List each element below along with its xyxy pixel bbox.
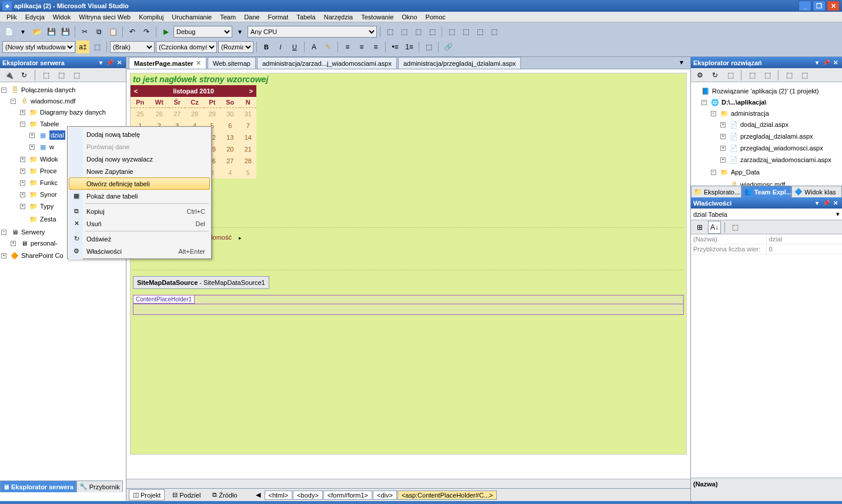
project-node[interactable]: D:\...\aplikacja\ (721, 98, 766, 107)
calendar-day-cell[interactable]: 28 (240, 155, 256, 167)
calendar-day-cell[interactable]: 26 (150, 108, 169, 120)
tb-icon-5[interactable]: ⬚ (445, 25, 458, 38)
tree-node-sharepoint[interactable]: SharePoint Co (21, 251, 64, 260)
calendar-day-cell[interactable]: 13 (220, 132, 240, 143)
nest-icon[interactable]: ⬚ (724, 69, 737, 82)
close-button[interactable]: ✕ (827, 1, 840, 11)
new-item-icon[interactable]: ▾ (16, 25, 29, 38)
dropdown-icon[interactable]: ▾ (813, 199, 821, 207)
maximize-button[interactable]: ❐ (813, 1, 826, 11)
menu-team[interactable]: Team (216, 12, 240, 22)
tree-node-synon[interactable]: Synor (40, 190, 57, 199)
cut-icon[interactable]: ✂ (78, 25, 91, 38)
tree-node-tables[interactable]: Tabele (40, 119, 59, 129)
menu-uruchamianie[interactable]: Uruchamianie (168, 12, 216, 22)
outdent-icon[interactable]: ⬚ (422, 41, 435, 53)
expand-icon[interactable]: + (29, 145, 35, 150)
expand-icon[interactable]: + (720, 157, 726, 163)
tree-node-db[interactable]: wiadomosc.mdf (31, 96, 75, 106)
menu-edycja[interactable]: Edycja (21, 12, 49, 22)
menu-plik[interactable]: Plik (2, 12, 21, 22)
menu-witryna-sieci-web[interactable]: Witryna sieci Web (75, 12, 135, 22)
undo-icon[interactable]: ↶ (126, 25, 139, 38)
copy-icon[interactable]: ⧉ (92, 25, 105, 38)
tree-node-appdata[interactable]: App_Data (731, 167, 760, 177)
expand-icon[interactable]: + (720, 134, 726, 139)
view-code-icon[interactable]: ⬚ (746, 69, 759, 82)
style-select[interactable]: (Nowy styl wbudowany) (2, 41, 75, 53)
menu-copy[interactable]: ⧉KopiujCtrl+C (69, 205, 210, 217)
calendar-day-cell[interactable]: 29 (204, 108, 220, 120)
collapse-icon[interactable]: − (20, 122, 25, 127)
menu-properties[interactable]: ⚙WłaściwościAlt+Enter (69, 245, 210, 257)
close-pane-icon[interactable]: ✕ (831, 59, 840, 67)
style-icon-a[interactable]: a‡ (76, 41, 89, 53)
tree-file[interactable]: przegladaj_dzialami.aspx (740, 132, 813, 141)
server-icon-1[interactable]: ⬚ (39, 69, 52, 82)
properties-object-select[interactable]: dzial Tabela ▾ (691, 209, 842, 220)
menu-testowanie[interactable]: Testowanie (357, 12, 397, 22)
pin-icon[interactable]: 📌 (822, 59, 830, 67)
refresh-icon[interactable]: ↻ (18, 69, 31, 82)
expand-icon[interactable]: + (29, 133, 35, 138)
property-pages-icon[interactable]: ⬚ (729, 221, 741, 234)
tree-node-assem[interactable]: Zesta (40, 214, 56, 224)
config-select[interactable]: Debug (173, 26, 232, 38)
alphabetical-icon[interactable]: A↓ (708, 221, 721, 234)
tb-icon-6[interactable]: ⬚ (459, 25, 472, 38)
calendar-day-cell[interactable]: 27 (169, 108, 185, 120)
properties-grid[interactable]: (Nazwa)dzialPrzybliżona liczba wier:0 (691, 234, 842, 478)
redo-icon[interactable]: ↷ (140, 25, 153, 38)
view-split-button[interactable]: ⊟Podziel (168, 489, 205, 500)
expand-icon[interactable]: + (20, 204, 25, 209)
collapse-icon[interactable]: − (711, 170, 716, 175)
tree-node-diagrams[interactable]: Diagramy bazy danych (40, 107, 106, 117)
menu-widok[interactable]: Widok (49, 12, 75, 22)
server-icon-2[interactable]: ⬚ (55, 69, 68, 82)
calendar-day-cell[interactable]: 7 (240, 120, 256, 132)
expand-icon[interactable]: + (720, 122, 726, 127)
calendar-next-button[interactable]: > (246, 88, 256, 95)
forecolor-icon[interactable]: A (308, 41, 320, 53)
align-left-icon[interactable]: ≡ (341, 41, 354, 53)
tb-icon-1[interactable]: ⬚ (383, 25, 396, 38)
tree-node-servers[interactable]: Serwery (21, 227, 45, 237)
start-debug-icon[interactable]: ▶ (159, 25, 172, 38)
chevron-down-icon[interactable]: ▾ (836, 210, 840, 218)
calendar-day-cell[interactable]: 6 (220, 120, 240, 132)
calendar-day-cell[interactable]: 20 (220, 143, 240, 155)
platform-select[interactable]: Any CPU (248, 26, 377, 38)
tab-team-explorer[interactable]: 👥Team Expl... (741, 186, 792, 197)
property-value[interactable]: dzial (767, 234, 843, 244)
calendar-day-cell[interactable]: 30 (220, 108, 240, 120)
doc-tab-0[interactable]: MasterPage.master✕ (129, 57, 206, 69)
tab-solution-explorer[interactable]: 📁Eksplorato... (691, 186, 741, 197)
sitemap-datasource-control[interactable]: SiteMapDataSource - SiteMapDataSource1 (133, 276, 269, 289)
solution-root[interactable]: Rozwiązanie 'aplikacja (2)' (1 projekt) (712, 86, 819, 96)
pin-icon[interactable]: 📌 (106, 59, 114, 67)
tree-node-table-w[interactable]: w (49, 142, 54, 152)
connect-icon[interactable]: 🔌 (2, 69, 15, 82)
underline-icon[interactable]: U (288, 41, 301, 53)
minimize-button[interactable]: _ (798, 1, 811, 11)
copy-website-icon[interactable]: ⬚ (783, 69, 796, 82)
tree-node-mdf[interactable]: wiadomosc.mdf (740, 180, 785, 186)
calendar-day-cell[interactable]: 28 (185, 108, 203, 120)
menu-dane[interactable]: Dane (240, 12, 263, 22)
collapse-icon[interactable]: − (1, 230, 6, 235)
open-icon[interactable]: 📂 (31, 25, 44, 38)
property-value[interactable]: 0 (767, 244, 843, 254)
tree-file[interactable]: dodaj_dzial.aspx (740, 120, 788, 129)
tree-node-views[interactable]: Widok (40, 154, 58, 164)
calendar-day-cell[interactable]: 21 (240, 143, 256, 155)
server-icon-3[interactable]: ⬚ (70, 69, 83, 82)
collapse-icon[interactable]: − (701, 100, 707, 105)
collapse-icon[interactable]: − (11, 99, 16, 104)
calendar-day-cell[interactable]: 5 (240, 167, 256, 179)
close-pane-icon[interactable]: ✕ (115, 59, 123, 67)
tree-node-personal[interactable]: personal- (31, 238, 58, 248)
save-all-icon[interactable]: 💾 (59, 25, 72, 38)
size-select[interactable]: (Rozmiar (218, 41, 253, 53)
expand-icon[interactable]: + (20, 157, 25, 162)
list-bullet-icon[interactable]: •≡ (389, 41, 402, 53)
